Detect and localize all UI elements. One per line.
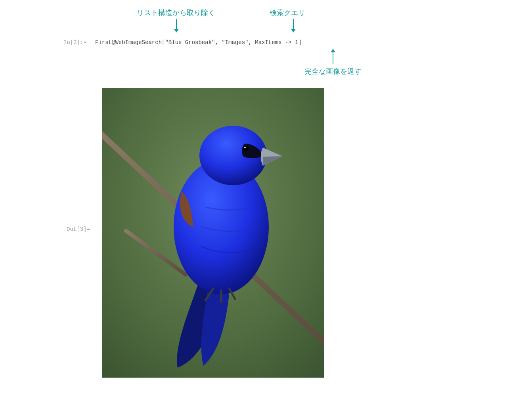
input-cell-label: In[3]:=: [63, 39, 87, 46]
output-cell-label: Out[3]=: [67, 226, 90, 232]
annotation-return-full-image: 完全な画像を返す: [304, 67, 362, 76]
svg-marker-4: [331, 49, 335, 52]
svg-marker-3: [291, 29, 296, 33]
svg-marker-1: [174, 29, 179, 33]
output-image: [102, 88, 324, 378]
input-code[interactable]: First@WebImageSearch["Blue Grosbeak", "I…: [95, 39, 302, 46]
annotation-search-query: 検索クエリ: [270, 8, 305, 17]
notebook-page: リスト構造から取り除く 検索クエリ In[3]:= First@WebImage…: [0, 0, 532, 405]
svg-point-10: [244, 147, 246, 148]
blue-grosbeak-illustration: [102, 88, 324, 378]
annotation-remove-from-list: リスト構造から取り除く: [137, 8, 215, 17]
svg-point-9: [243, 146, 249, 151]
arrow-down-icon: [172, 19, 180, 33]
arrow-down-icon: [289, 19, 297, 33]
arrow-up-icon: [329, 49, 337, 64]
